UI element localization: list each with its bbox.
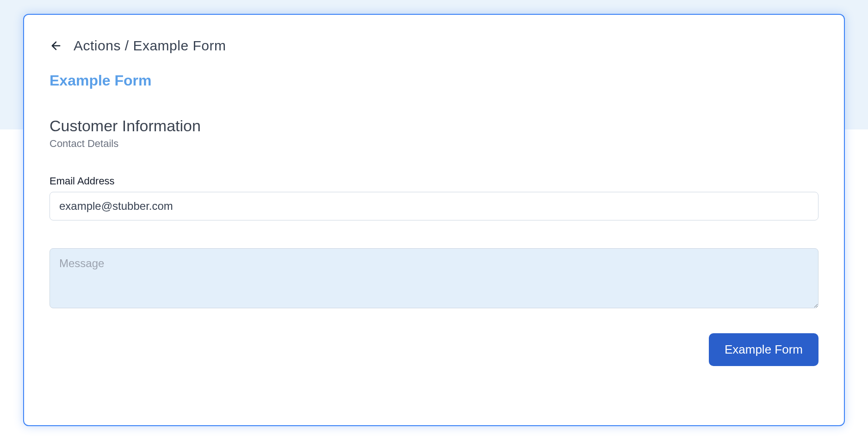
back-arrow-icon[interactable]: [50, 39, 62, 52]
header-row: Actions / Example Form: [50, 38, 818, 54]
section-title: Customer Information: [50, 117, 818, 135]
form-title: Example Form: [50, 72, 818, 89]
form-card: Actions / Example Form Example Form Cust…: [23, 14, 845, 426]
email-field[interactable]: [50, 192, 818, 220]
email-label: Email Address: [50, 175, 818, 187]
message-field[interactable]: [50, 248, 818, 308]
submit-button[interactable]: Example Form: [709, 333, 818, 366]
button-row: Example Form: [50, 333, 818, 366]
breadcrumb: Actions / Example Form: [74, 38, 226, 54]
section-subtitle: Contact Details: [50, 138, 818, 150]
